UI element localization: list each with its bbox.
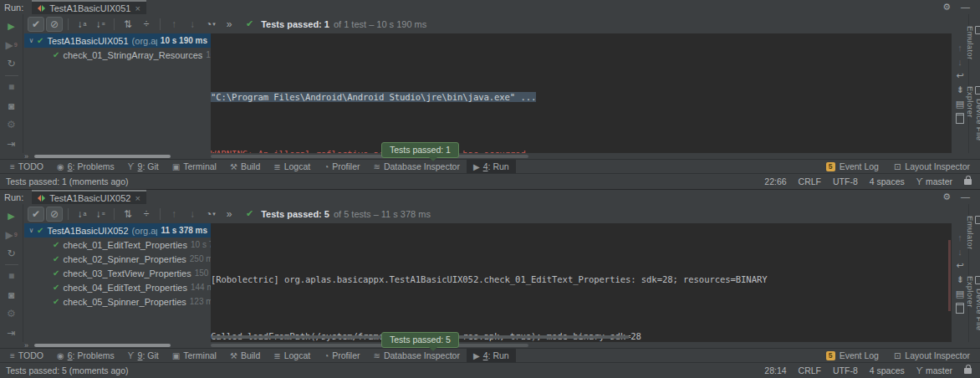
test-tree-item[interactable]: ✔ check_04_EditText_Properties 144 ms [24,280,211,294]
collapse-all-icon[interactable]: ÷ [138,17,155,32]
toolwindow-button[interactable]: ◔ Profiler [317,160,366,173]
sort-alphabetically-icon[interactable]: ↓a [74,17,90,32]
sort-by-duration-icon[interactable]: ↓≡ [92,17,109,32]
event-log-button[interactable]: 5 Event Log [826,161,879,171]
toolwindow-button[interactable]: ϒ 9 Git [121,349,166,362]
stop-icon[interactable]: ■ [0,267,23,285]
gear-icon[interactable]: ⚙ [942,2,951,13]
caret-position[interactable]: 22:66 [764,176,786,186]
event-log-button[interactable]: 5 Event Log [826,350,879,360]
run-tab[interactable]: TestA1BasicUIX052 × [32,190,146,204]
up-arrow-icon[interactable]: ↑ [957,40,962,54]
minimize-icon[interactable]: — [961,192,970,202]
toolwindow-button[interactable]: ▣ Terminal [166,349,223,362]
toolwindow-button[interactable]: ≋ Database Inspector [366,160,466,173]
toolwindow-button[interactable]: ◉ 6 Problems [50,349,121,362]
camera-icon[interactable]: ◙ [0,286,23,304]
print-icon[interactable]: ▤ [956,97,964,111]
minimize-icon[interactable]: — [961,2,970,13]
console-horizontal-scrollbar[interactable] [211,344,528,347]
rerun-failed-tests-icon[interactable]: ▶9 [0,225,23,243]
git-branch-widget[interactable]: ϒmaster [916,365,952,375]
test-tree-item[interactable]: ✔ check_02_Spinner_Properties 250 ms [24,252,211,266]
device-file-explorer-toolwindow-button[interactable]: Device File Explorer [966,276,980,342]
expand-all-icon[interactable]: ⇅ [120,17,136,32]
run-tab[interactable]: TestA1BasicUIX051 × [32,0,146,14]
show-passed-icon[interactable]: ✔ [28,17,44,32]
test-settings-icon[interactable]: ⚙ [0,115,23,135]
test-tree-item[interactable]: ✔ check_01_EditText_Properties 10 s 711 … [24,238,211,252]
gear-icon[interactable]: ⚙ [942,192,951,202]
toolwindow-button[interactable]: ϒ 9 Git [121,160,166,173]
chevron-down-icon[interactable]: ∨ [26,37,37,44]
close-tab-icon[interactable]: × [135,193,140,203]
expand-all-icon[interactable]: ⇅ [120,207,136,222]
toolwindow-button[interactable]: ▣ Terminal [166,160,223,173]
previous-occurrence-icon[interactable]: ↑ [166,17,182,32]
toolwindow-button[interactable]: ≣ Logcat [267,349,317,362]
emulator-toolwindow-button[interactable]: Emulator [966,216,980,251]
test-tree-item[interactable]: ✔ check_01_StringArray_Resources 10 s 19… [24,48,211,62]
up-arrow-icon[interactable]: ↑ [957,230,962,244]
show-ignored-icon[interactable]: ⊘ [46,17,63,32]
toggle-auto-test-icon[interactable]: ↻ [0,244,23,263]
stop-icon[interactable]: ■ [0,78,23,97]
layout-inspector-button[interactable]: ⊡ Layout Inspector [894,350,970,360]
caret-position[interactable]: 28:14 [764,365,786,375]
toolwindow-button[interactable]: ▶ 4 Run [467,349,516,362]
toolwindow-button[interactable]: ◔ Profiler [317,349,366,362]
soft-wrap-icon[interactable]: ↩ [956,258,963,273]
rerun-icon[interactable]: ▶ [0,207,23,225]
test-tree-root[interactable]: ∨ ✔ TestA1BasicUIX052 (org.aplas.basica … [24,223,211,238]
test-tree-item[interactable]: ✔ check_03_TextView_Properties 150 ms [24,266,211,280]
next-occurrence-icon[interactable]: ↓ [184,207,201,222]
import-test-results-icon[interactable]: ⇥ [0,324,23,342]
print-icon[interactable]: ▤ [956,287,964,301]
test-history-icon[interactable]: ◔▾ [202,207,219,222]
import-test-results-icon[interactable]: ⇥ [0,134,23,153]
lock-icon[interactable] [964,179,972,185]
show-passed-icon[interactable]: ✔ [28,207,44,222]
toolwindow-button[interactable]: ≡ TODO [3,160,50,173]
encoding-indicator[interactable]: UTF-8 [833,365,858,375]
toolwindow-button[interactable]: ≡ TODO [3,349,50,362]
close-tab-icon[interactable]: × [135,3,140,13]
toolbar-overflow-icon[interactable]: » [221,207,237,222]
rerun-icon[interactable]: ▶ [0,17,23,36]
down-arrow-icon[interactable]: ↓ [957,54,962,69]
test-settings-icon[interactable]: ⚙ [0,304,23,323]
toolwindow-button[interactable]: ▶ 4 Run [467,160,516,173]
toolwindow-button[interactable]: ◉ 6 Problems [50,160,121,173]
next-occurrence-icon[interactable]: ↓ [184,17,201,32]
test-history-icon[interactable]: ◔▾ [202,17,219,32]
toolwindow-button[interactable]: ⚒ Build [223,160,267,173]
clear-console-icon[interactable] [956,301,964,315]
camera-icon[interactable]: ◙ [0,96,23,115]
rerun-failed-tests-icon[interactable]: ▶9 [0,36,23,55]
down-arrow-icon[interactable]: ↓ [957,244,962,258]
line-ending-indicator[interactable]: CRLF [799,365,821,375]
collapse-all-icon[interactable]: ÷ [138,207,155,222]
chevron-down-icon[interactable]: ∨ [26,227,37,234]
toolwindow-button[interactable]: ≣ Logcat [267,160,317,173]
console-horizontal-scrollbar[interactable] [211,155,528,158]
lock-icon[interactable] [964,368,972,374]
emulator-toolwindow-button[interactable]: Emulator [966,26,980,61]
clear-console-icon[interactable] [956,111,964,125]
tree-horizontal-scrollbar[interactable] [34,344,171,347]
soft-wrap-icon[interactable]: ↩ [956,69,963,83]
test-tree-root[interactable]: ∨ ✔ TestA1BasicUIX051 (org.aplas.basica … [24,33,211,48]
show-ignored-icon[interactable]: ⊘ [46,207,63,222]
indent-indicator[interactable]: 4 spaces [870,365,905,375]
line-ending-indicator[interactable]: CRLF [799,176,821,186]
git-branch-widget[interactable]: ϒmaster [916,176,952,186]
previous-occurrence-icon[interactable]: ↑ [166,207,182,222]
toolbar-overflow-icon[interactable]: » [221,17,237,32]
layout-inspector-button[interactable]: ⊡ Layout Inspector [894,161,970,171]
toolwindow-button[interactable]: ⚒ Build [223,349,267,362]
encoding-indicator[interactable]: UTF-8 [833,176,858,186]
sort-alphabetically-icon[interactable]: ↓a [74,207,90,222]
toolwindow-button[interactable]: ≋ Database Inspector [366,349,466,362]
console-vertical-scrollbar[interactable] [948,240,951,311]
toggle-auto-test-icon[interactable]: ↻ [0,54,23,74]
